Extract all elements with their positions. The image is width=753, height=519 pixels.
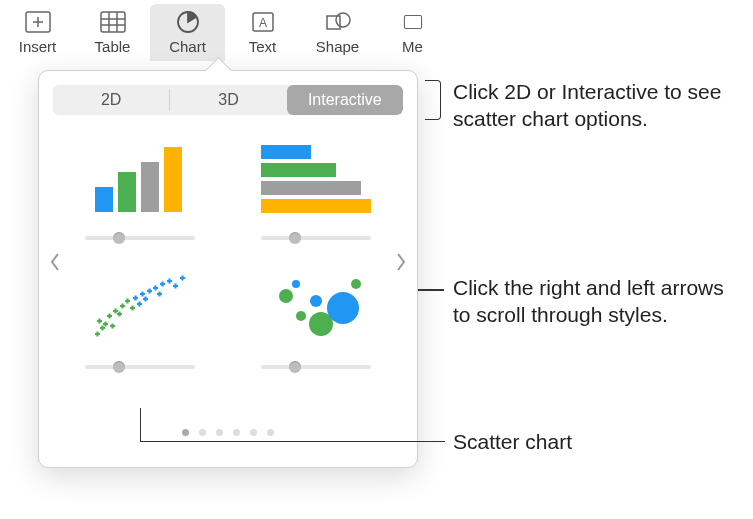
svg-rect-15 bbox=[118, 172, 136, 212]
shape-icon bbox=[322, 8, 354, 36]
bubble-chart-thumb bbox=[251, 258, 381, 353]
toolbar-label: Shape bbox=[316, 38, 359, 55]
svg-rect-18 bbox=[261, 145, 311, 159]
tab-2d[interactable]: 2D bbox=[53, 85, 169, 115]
svg-rect-3 bbox=[101, 12, 125, 32]
toolbar-label: Table bbox=[95, 38, 131, 55]
bar-chart-thumb bbox=[251, 129, 381, 224]
svg-text:A: A bbox=[258, 16, 266, 30]
svg-point-28 bbox=[351, 279, 361, 289]
toolbar: Insert Table Chart A Text Shape Me bbox=[0, 0, 753, 61]
toolbar-text[interactable]: A Text bbox=[225, 4, 300, 61]
svg-point-23 bbox=[296, 311, 306, 321]
toolbar-shape[interactable]: Shape bbox=[300, 4, 375, 61]
svg-point-27 bbox=[327, 292, 359, 324]
callout-leader bbox=[140, 408, 445, 442]
toolbar-label: Chart bbox=[169, 38, 206, 55]
svg-point-24 bbox=[292, 280, 300, 288]
tab-3d[interactable]: 3D bbox=[170, 85, 286, 115]
toolbar-label: Text bbox=[249, 38, 277, 55]
svg-rect-16 bbox=[141, 162, 159, 212]
chart-option-scatter[interactable] bbox=[67, 258, 213, 375]
style-slider[interactable] bbox=[85, 230, 195, 246]
svg-rect-13 bbox=[404, 16, 421, 29]
callout-arrows: Click the right and left arrows to scrol… bbox=[453, 274, 743, 329]
svg-rect-20 bbox=[261, 181, 361, 195]
chart-option-column[interactable] bbox=[67, 129, 213, 246]
toolbar-table[interactable]: Table bbox=[75, 4, 150, 61]
svg-rect-14 bbox=[95, 187, 113, 212]
toolbar-insert[interactable]: Insert bbox=[0, 4, 75, 61]
chart-option-bar[interactable] bbox=[243, 129, 389, 246]
chart-option-bubble[interactable] bbox=[243, 258, 389, 375]
toolbar-label: Insert bbox=[19, 38, 57, 55]
segmented-control: 2D 3D Interactive bbox=[53, 85, 403, 115]
svg-rect-11 bbox=[327, 16, 340, 29]
callout-tabs: Click 2D or Interactive to see scatter c… bbox=[453, 78, 743, 133]
callout-scatter: Scatter chart bbox=[453, 428, 743, 455]
scroll-left-button[interactable] bbox=[45, 247, 65, 277]
svg-point-22 bbox=[279, 289, 293, 303]
chart-grid bbox=[67, 129, 389, 375]
style-slider[interactable] bbox=[261, 359, 371, 375]
insert-icon bbox=[22, 8, 54, 36]
scroll-right-button[interactable] bbox=[391, 247, 411, 277]
svg-rect-17 bbox=[164, 147, 182, 212]
scatter-chart-thumb bbox=[75, 258, 205, 353]
style-slider[interactable] bbox=[261, 230, 371, 246]
svg-rect-21 bbox=[261, 199, 371, 213]
svg-point-12 bbox=[336, 13, 350, 27]
column-chart-thumb bbox=[75, 129, 205, 224]
callout-bracket bbox=[425, 80, 441, 120]
toolbar-chart[interactable]: Chart bbox=[150, 4, 225, 61]
media-icon bbox=[397, 8, 429, 36]
toolbar-media[interactable]: Me bbox=[375, 4, 450, 61]
chart-grid-wrap bbox=[39, 129, 417, 419]
toolbar-label: Me bbox=[402, 38, 423, 55]
text-icon: A bbox=[247, 8, 279, 36]
chart-icon bbox=[172, 8, 204, 36]
callout-leader bbox=[418, 289, 444, 291]
svg-rect-19 bbox=[261, 163, 336, 177]
tab-interactive[interactable]: Interactive bbox=[287, 85, 403, 115]
svg-point-25 bbox=[310, 295, 322, 307]
style-slider[interactable] bbox=[85, 359, 195, 375]
table-icon bbox=[97, 8, 129, 36]
